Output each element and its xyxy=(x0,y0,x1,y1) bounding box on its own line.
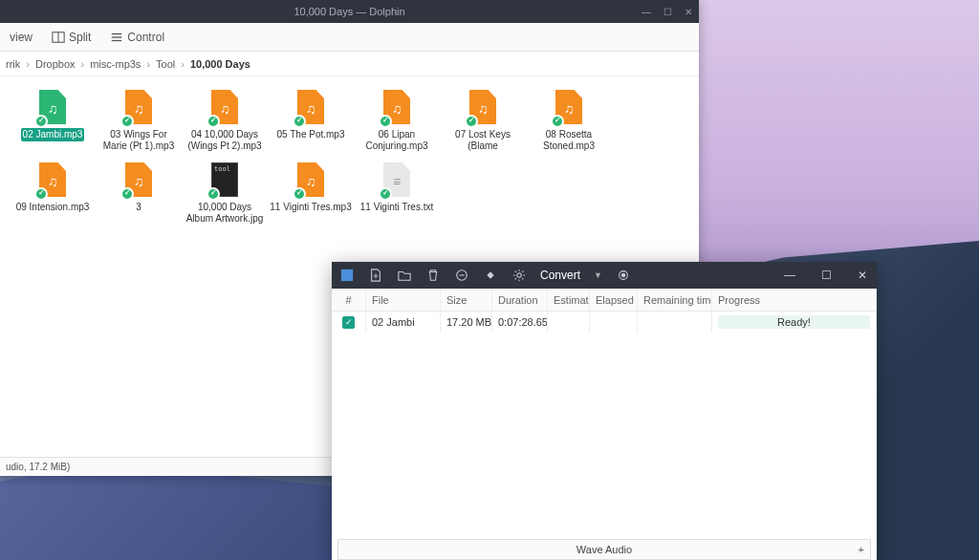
convert-button[interactable]: Convert xyxy=(540,269,580,282)
file-label: 05 The Pot.mp3 xyxy=(275,128,347,141)
file-label: 07 Lost Keys (Blame Hofmann).mp3 xyxy=(440,128,526,151)
selected-audio-file-icon xyxy=(36,90,69,126)
output-format-selector[interactable]: Wave Audio + xyxy=(337,539,871,560)
file-label: 03 Wings For Marie (Pt 1).mp3 xyxy=(96,128,182,151)
file-label: 11 Viginti Tres.mp3 xyxy=(268,201,353,214)
file-item[interactable]: 08 Rosetta Stoned.mp3 xyxy=(526,88,612,155)
sync-check-badge xyxy=(120,187,134,201)
converter-window: Convert ▼ — ☐ ✕ # File Size Duration Est… xyxy=(332,262,877,560)
file-label: 11 Viginti Tres.txt xyxy=(359,201,436,214)
row-checkbox-cell[interactable]: ✓ xyxy=(332,312,366,333)
svg-point-13 xyxy=(621,273,625,277)
trash-icon[interactable] xyxy=(425,268,441,283)
col-estimate[interactable]: Estimate xyxy=(548,289,590,311)
app-icon xyxy=(339,268,355,283)
file-label: 04 10,000 Days (Wings Pt 2).mp3 xyxy=(182,128,268,151)
file-grid[interactable]: 02 Jambi.mp303 Wings For Marie (Pt 1).mp… xyxy=(0,76,699,245)
col-remaining[interactable]: Remaining time xyxy=(638,289,712,311)
sync-check-badge xyxy=(293,187,306,201)
table-body[interactable]: ✓02 Jambi17.20 MB0:07:28.65Ready! xyxy=(332,312,877,531)
audio-file-icon xyxy=(467,90,499,126)
chevron-right-icon: › xyxy=(26,58,30,70)
new-file-icon[interactable] xyxy=(368,268,383,283)
view-button[interactable]: view xyxy=(6,29,36,46)
image-file-icon xyxy=(208,162,241,199)
file-item[interactable]: 3 xyxy=(96,161,182,227)
row-progress: Ready! xyxy=(712,312,877,333)
chevron-right-icon: › xyxy=(81,58,85,70)
file-label: 09 Intension.mp3 xyxy=(14,201,92,214)
sync-check-badge xyxy=(207,115,220,128)
file-item[interactable]: 02 Jambi.mp3 xyxy=(10,88,96,155)
sync-check-badge xyxy=(207,187,220,201)
file-item[interactable]: 11 Viginti Tres.mp3 xyxy=(268,161,354,227)
file-item[interactable]: 06 Lipan Conjuring.mp3 xyxy=(354,88,440,155)
file-label: 3 xyxy=(134,201,143,214)
file-item[interactable]: 03 Wings For Marie (Pt 1).mp3 xyxy=(96,88,182,155)
dolphin-titlebar[interactable]: 10,000 Days — Dolphin — ☐ ✕ xyxy=(0,0,699,23)
diamond-icon[interactable] xyxy=(483,268,498,283)
file-label: 06 Lipan Conjuring.mp3 xyxy=(354,128,440,151)
text-file-icon xyxy=(381,162,413,199)
breadcrumb-item[interactable]: Dropbox xyxy=(35,58,76,70)
split-label: Split xyxy=(69,31,91,44)
col-elapsed[interactable]: Elapsed t xyxy=(590,289,638,311)
close-button[interactable]: ✕ xyxy=(682,5,695,18)
gear-icon[interactable] xyxy=(511,268,527,283)
sync-check-badge xyxy=(293,115,306,128)
breadcrumb-item[interactable]: misc-mp3s xyxy=(90,58,141,70)
col-file[interactable]: File xyxy=(366,289,441,311)
converter-toolbar[interactable]: Convert ▼ — ☐ ✕ xyxy=(332,262,877,289)
control-label: Control xyxy=(127,31,164,44)
add-icon[interactable]: + xyxy=(859,544,864,555)
audio-file-icon xyxy=(122,90,155,126)
audio-file-icon xyxy=(553,90,585,126)
col-size[interactable]: Size xyxy=(441,289,492,311)
table-row[interactable]: ✓02 Jambi17.20 MB0:07:28.65Ready! xyxy=(332,312,877,333)
audio-file-icon xyxy=(208,90,241,126)
row-remaining xyxy=(638,312,712,333)
file-label: 10,000 Days Album Artwork.jpg xyxy=(182,201,268,224)
row-elapsed xyxy=(590,312,638,333)
file-item[interactable]: 11 Viginti Tres.txt xyxy=(354,161,440,227)
close-button[interactable]: ✕ xyxy=(856,269,869,282)
split-button[interactable]: Split xyxy=(48,29,95,46)
file-item[interactable]: 05 The Pot.mp3 xyxy=(268,88,354,155)
audio-file-icon xyxy=(294,90,327,126)
maximize-button[interactable]: ☐ xyxy=(819,269,833,282)
checkbox-checked-icon[interactable]: ✓ xyxy=(342,316,355,329)
chevron-right-icon: › xyxy=(181,58,185,70)
sync-check-badge xyxy=(379,115,392,128)
progress-bar: Ready! xyxy=(718,315,870,329)
breadcrumb-current: 10,000 Days xyxy=(190,58,250,70)
file-item[interactable]: 09 Intension.mp3 xyxy=(10,161,96,227)
sync-check-badge xyxy=(379,187,392,201)
control-button[interactable]: Control xyxy=(106,29,168,46)
row-file: 02 Jambi xyxy=(366,312,441,333)
breadcrumb-item[interactable]: Tool xyxy=(156,58,175,70)
minimize-button[interactable]: — xyxy=(640,5,653,18)
breadcrumb-item[interactable]: rrik xyxy=(6,58,20,70)
split-icon xyxy=(52,31,65,44)
svg-rect-5 xyxy=(341,269,353,281)
maximize-button[interactable]: ☐ xyxy=(661,5,674,18)
sync-check-badge xyxy=(551,115,564,128)
file-item[interactable]: 07 Lost Keys (Blame Hofmann).mp3 xyxy=(440,88,526,155)
sync-check-badge xyxy=(34,115,48,128)
col-check[interactable]: # xyxy=(332,289,366,311)
table-header: # File Size Duration Estimate Elapsed t … xyxy=(332,289,877,312)
dolphin-title: 10,000 Days — Dolphin xyxy=(0,6,699,17)
record-icon[interactable] xyxy=(616,268,631,283)
dolphin-toolbar: view Split Control xyxy=(0,23,699,52)
file-item[interactable]: 04 10,000 Days (Wings Pt 2).mp3 xyxy=(182,88,268,155)
col-duration[interactable]: Duration xyxy=(492,289,548,311)
row-estimate xyxy=(548,312,590,333)
convert-dropdown-icon[interactable]: ▼ xyxy=(594,270,602,280)
audio-file-icon xyxy=(36,162,69,199)
clear-icon[interactable] xyxy=(454,268,469,283)
view-label: view xyxy=(10,31,33,44)
minimize-button[interactable]: — xyxy=(783,269,796,282)
file-item[interactable]: 10,000 Days Album Artwork.jpg xyxy=(182,161,268,227)
col-progress[interactable]: Progress xyxy=(712,289,877,311)
folder-icon[interactable] xyxy=(397,268,412,283)
